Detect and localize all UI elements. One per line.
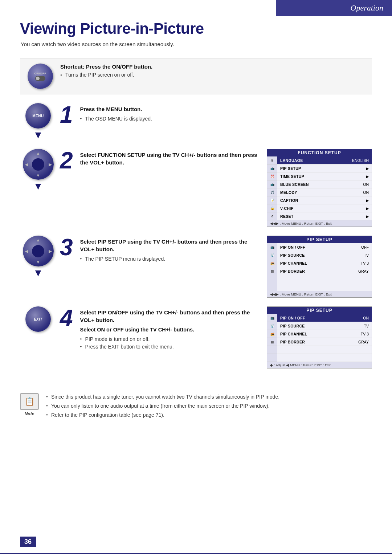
note-bullets: Since this product has a single tuner, y… — [46, 393, 372, 419]
pip-channel-label-3: PIP CHANNEL — [280, 261, 307, 265]
footer-text-3: ◀◀▶ : Move MENU : Return EXIT : Exit — [270, 292, 332, 296]
pip-setup-rows-4: PIP ON / OFF ON PIP SOURCE TV PIP CHANNE… — [277, 314, 372, 362]
pip-setup-footer-3: ◀◀▶ : Move MENU : Return EXIT : Exit — [267, 291, 372, 297]
page-number: 36 — [20, 537, 36, 547]
osd-row-melody: MELODY ON — [277, 188, 372, 196]
pip4-empty-1 — [277, 346, 372, 354]
step-3-row: ▲ ▼ ◀ ▶ ▼ 3 Select PIP SETUP using the T… — [20, 236, 372, 298]
vchip-label: V-CHIP — [280, 206, 294, 211]
step-3-bullets: The PIP SETUP menu is displayed. — [80, 255, 260, 263]
nav-center-3 — [32, 245, 44, 257]
step-4-menu: PIP SETUP 📺 📡 📻 ▦ PIP ON / OFF ON — [267, 306, 372, 368]
header-bar: Operation — [276, 0, 392, 16]
osd-icon-2: 📺 — [267, 164, 277, 172]
nav-right-3: ▶ — [49, 249, 52, 253]
pip-channel-row-4: PIP CHANNEL TV 3 — [277, 330, 372, 338]
note-bullet-3: Refer to the PIP configuration table (se… — [46, 411, 372, 419]
step-2-left: ▲ ▼ ◀ ▶ ▼ — [20, 149, 56, 191]
onoff-switch — [35, 76, 45, 81]
pip-border-value-4: GRAY — [358, 340, 369, 344]
caption-label: CAPTION — [280, 198, 298, 203]
pip-icon-3: 📻 — [267, 259, 277, 267]
pip-setup-body-3: 📺 📡 📻 ▦ PIP ON / OFF OFF PIP S — [267, 243, 372, 291]
step-4-instruction-sub: Select ON or OFF using the TV CH+/- butt… — [80, 326, 260, 333]
step-4-bullets: PIP mode is turned on or off. Press the … — [80, 335, 260, 351]
step-4-text: Select PIP ON/OFF using the TV CH+/- but… — [73, 306, 267, 351]
function-setup-rows: LANGUAGE ENGLISH PIP SETUP ▶ TIME SETUP … — [277, 156, 372, 220]
nav-button-2-icon: ▲ ▼ ◀ ▶ — [23, 149, 54, 180]
pip-channel-value-3: TV 3 — [361, 261, 369, 265]
pip-source-row-3: PIP SOURCE TV — [277, 251, 372, 259]
step-3-bullet-1: The PIP SETUP menu is displayed. — [80, 255, 260, 263]
step-3-left: ▲ ▼ ◀ ▶ ▼ — [20, 236, 56, 278]
pip-icon-4: ▦ — [267, 267, 277, 275]
step-2-number: 2 — [60, 149, 73, 172]
onoff-knob — [36, 77, 40, 80]
pip4-empty-2 — [277, 354, 372, 362]
pip-source-row-4: PIP SOURCE TV — [277, 322, 372, 330]
step-3-arrow: ▼ — [33, 268, 43, 278]
osd-row-time-setup: TIME SETUP ▶ — [277, 172, 372, 180]
pip-setup-label: PIP SETUP — [280, 166, 301, 171]
nav-down-3: ▼ — [36, 260, 40, 264]
note-icon-symbol: 📋 — [25, 397, 34, 406]
pip-setup-title-3: PIP SETUP — [267, 236, 372, 243]
step-2-menu: FUNCTION SETUP 🖥 📺 ⏰ 📺 🎵 📝 🔒 ↺ — [267, 149, 372, 227]
osd-icon-5: 🎵 — [267, 188, 277, 196]
nav-center-2 — [32, 158, 44, 171]
blue-screen-value: ON — [363, 182, 369, 187]
menu-label: MENU — [32, 114, 44, 118]
step-2-text: Select FUNCTION SETUP using the TV CH+/-… — [73, 149, 267, 168]
step-2-arrow: ▼ — [33, 181, 43, 191]
pip-border-value-3: GRAY — [358, 269, 369, 273]
pip-source-label-3: PIP SOURCE — [280, 253, 305, 257]
osd-icon-4: 📺 — [267, 180, 277, 188]
pip-setup-footer-4: ◆ : Adjust ◀ MENU : Return EXIT : Exit — [267, 362, 372, 368]
section-label: Operation — [351, 3, 383, 13]
pip-on-off-value-3: OFF — [361, 245, 369, 249]
osd-icon-3: ⏰ — [267, 172, 277, 180]
pip-border-row-4: PIP BORDER GRAY — [277, 338, 372, 346]
pip-setup-title-4: PIP SETUP — [267, 307, 372, 314]
osd-row-language: LANGUAGE ENGLISH — [277, 156, 372, 164]
osd-row-vchip: V-CHIP ▶ — [277, 204, 372, 212]
step-4-bullet-1: PIP mode is turned on or off. — [80, 335, 260, 343]
osd-row-blue-screen: BLUE SCREEN ON — [277, 180, 372, 188]
pip-setup-osd-4: PIP SETUP 📺 📡 📻 ▦ PIP ON / OFF ON — [267, 306, 372, 368]
note-icon: 📋 — [20, 393, 39, 410]
pip4-icon-6 — [267, 354, 277, 362]
pip-setup-body-4: 📺 📡 📻 ▦ PIP ON / OFF ON PIP SO — [267, 314, 372, 362]
nav-up-2: ▲ — [36, 151, 40, 155]
melody-value: ON — [363, 190, 369, 195]
step-1-left: MENU ▼ — [20, 103, 56, 140]
note-bullet-1: Since this product has a single tuner, y… — [46, 393, 372, 401]
osd-icon-7: 🔒 — [267, 204, 277, 212]
pip-source-label-4: PIP SOURCE — [280, 324, 305, 328]
nav-button-3-icon: ▲ ▼ ◀ ▶ — [23, 236, 54, 266]
note-section: 📋 Note Since this product has a single t… — [20, 388, 372, 425]
osd-icon-6: 📝 — [267, 196, 277, 204]
function-setup-title: FUNCTION SETUP — [267, 149, 372, 156]
nav-left-3: ◀ — [25, 249, 28, 253]
shortcut-title: Shortcut: Press the ON/OFF button. — [60, 64, 152, 70]
pip-border-row-3: PIP BORDER GRAY — [277, 267, 372, 275]
steps-container: ON/OFF Shortcut: Press the ON/OFF button… — [0, 51, 392, 384]
pip4-icon-4: ▦ — [267, 338, 277, 346]
time-setup-value: ▶ — [366, 174, 369, 179]
onoff-button-icon: ON/OFF — [28, 64, 53, 89]
pip4-icon-1: 📺 — [267, 314, 277, 322]
pip-on-off-label-3: PIP ON / OFF — [280, 245, 305, 249]
function-setup-icons: 🖥 📺 ⏰ 📺 🎵 📝 🔒 ↺ — [267, 156, 277, 220]
step-1-arrow: ▼ — [33, 130, 43, 140]
nav-left-2: ◀ — [25, 162, 28, 167]
pip-setup-icons-3: 📺 📡 📻 ▦ — [267, 243, 277, 291]
page-subtitle: You can watch two video sources on the s… — [21, 41, 372, 47]
step-3-text: Select PIP SETUP using the TV CH+/- butt… — [73, 236, 267, 263]
blue-screen-label: BLUE SCREEN — [280, 182, 309, 187]
osd-row-reset: RESET ▶ — [277, 212, 372, 220]
footer-text-2: ◀◀▶ : Move MENU : Return EXIT : Exit — [270, 221, 332, 225]
step-1-row: MENU ▼ 1 Press the MENU button. The OSD … — [20, 103, 372, 140]
pip-source-value-4: TV — [364, 324, 369, 328]
note-text: Since this product has a single tuner, y… — [46, 393, 372, 420]
pip-setup-rows-3: PIP ON / OFF OFF PIP SOURCE TV PIP CHANN… — [277, 243, 372, 291]
